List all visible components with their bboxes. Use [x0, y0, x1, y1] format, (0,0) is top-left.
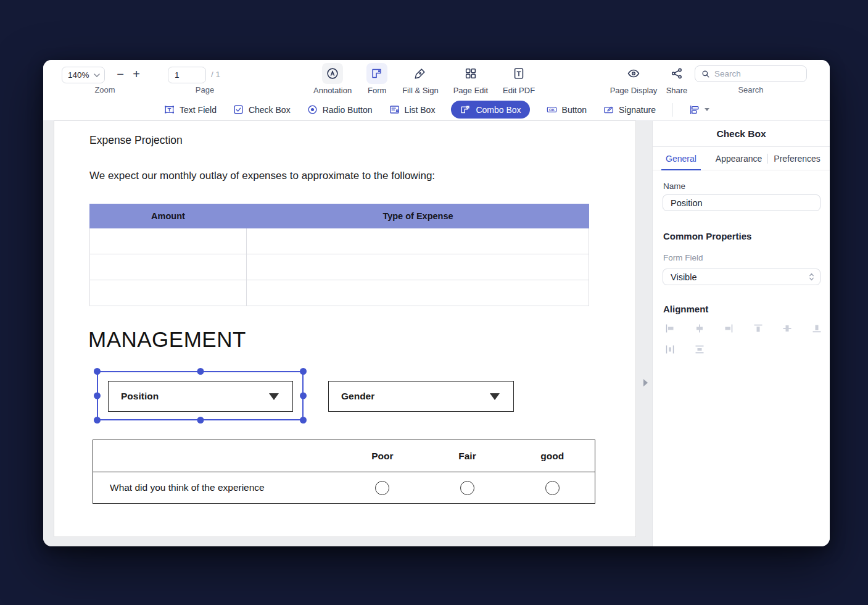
radio-button-field[interactable] — [545, 481, 560, 495]
distribute-vertical-icon[interactable] — [695, 344, 705, 354]
radio-button-tool[interactable]: Radio Button — [307, 104, 373, 115]
text-field-tool[interactable]: Text Field — [163, 104, 217, 115]
zoom-in-button[interactable]: + — [128, 65, 144, 83]
panel-expand-arrow-icon[interactable] — [643, 379, 648, 386]
tool-label: Radio Button — [323, 105, 373, 115]
mode-edit-pdf[interactable]: Edit PDF — [503, 63, 535, 95]
document-canvas: Expense Projection We expect our monthly… — [43, 121, 652, 546]
tool-label: Button — [562, 105, 587, 115]
expense-col-amount: Amount — [89, 204, 247, 228]
align-middle-vertical-icon[interactable] — [782, 323, 792, 333]
chevron-down-icon — [94, 73, 100, 77]
mode-label: Annotation — [313, 86, 352, 95]
expense-table-header: Amount Type of Expense — [89, 204, 589, 228]
form-tools-toolbar: Text Field Check Box Radio Button List B… — [43, 99, 830, 121]
resize-handle[interactable] — [300, 417, 307, 424]
search-icon — [701, 69, 711, 79]
radio-button-field[interactable] — [375, 481, 389, 495]
list-box-tool[interactable]: List Box — [389, 104, 436, 115]
tool-label: Check Box — [249, 105, 291, 115]
page-group-label: Page — [168, 85, 242, 94]
panel-title: Check Box — [653, 121, 830, 147]
align-top-icon[interactable] — [753, 323, 763, 333]
tab-general[interactable]: General — [666, 147, 696, 170]
radio-cell — [510, 472, 595, 503]
check-box-tool[interactable]: Check Box — [233, 104, 291, 115]
tool-label: Signature — [619, 105, 656, 115]
mode-fill-sign[interactable]: Fill & Sign — [402, 63, 439, 95]
zoom-level-select[interactable]: 140% — [62, 67, 105, 83]
page-number-input[interactable] — [168, 67, 206, 83]
name-field-label: Name — [663, 182, 685, 191]
chevron-down-icon — [705, 108, 709, 111]
tab-appearance[interactable]: Appearance — [716, 147, 763, 170]
dropdown-arrow-icon — [269, 393, 279, 400]
mode-label: Page Edit — [453, 86, 488, 95]
align-objects-dropdown[interactable] — [688, 104, 709, 116]
combo-box-tool[interactable]: Combo Box — [451, 101, 529, 119]
table-row — [90, 280, 589, 306]
align-center-horizontal-icon[interactable] — [695, 323, 705, 333]
mode-label: Fill & Sign — [402, 86, 439, 95]
gender-combo-box-field[interactable]: Gender — [328, 381, 514, 412]
zoom-value: 140% — [68, 70, 89, 80]
mode-annotation[interactable]: Annotation — [313, 63, 352, 95]
check-box-icon — [233, 104, 244, 115]
dropdown-arrow-icon — [490, 393, 500, 400]
resize-handle[interactable] — [94, 417, 101, 424]
resize-handle[interactable] — [300, 393, 307, 399]
survey-question: What did you think of the experience — [93, 472, 340, 503]
tab-preferences[interactable]: Preferences — [774, 147, 820, 170]
empty-cell — [90, 280, 247, 306]
align-bottom-icon[interactable] — [812, 323, 822, 333]
content-area: Expense Projection We expect our monthly… — [43, 121, 830, 546]
expense-col-type: Type of Expense — [247, 204, 589, 228]
document-intro-text: We expect our monthly outlay of expenses… — [89, 170, 435, 182]
form-field-visibility-select[interactable]: Visible — [663, 269, 820, 285]
stepper-arrows-icon — [809, 272, 814, 282]
annotation-icon — [322, 63, 343, 84]
list-box-icon — [389, 104, 400, 115]
distribute-horizontal-icon[interactable] — [665, 344, 675, 354]
resize-handle[interactable] — [94, 393, 101, 399]
signature-tool[interactable]: Signature — [603, 104, 656, 115]
combo-value: Position — [121, 391, 159, 402]
toolbar-divider — [672, 103, 672, 117]
page-total: / 1 — [211, 70, 220, 79]
alignment-tools — [665, 323, 823, 365]
empty-cell — [247, 280, 589, 306]
resize-handle[interactable] — [300, 368, 307, 375]
form-field-label: Form Field — [663, 253, 703, 262]
expense-table: Amount Type of Expense — [89, 204, 589, 306]
document-heading: Expense Projection — [89, 134, 183, 147]
resize-handle[interactable] — [94, 368, 101, 375]
form-icon — [366, 63, 387, 84]
button-tool[interactable]: OK Button — [546, 104, 587, 115]
selected-field-bounding-box[interactable]: Position — [97, 371, 304, 420]
combo-box-icon — [460, 104, 471, 115]
main-toolbar: 140% − + Zoom / 1 Page Annotation Form — [43, 60, 830, 99]
zoom-group-label: Zoom — [62, 85, 148, 94]
align-left-icon[interactable] — [665, 323, 675, 333]
resize-handle[interactable] — [197, 368, 204, 375]
zoom-out-button[interactable]: − — [112, 65, 128, 83]
tab-divider — [767, 154, 768, 164]
select-value: Visible — [671, 272, 696, 282]
align-right-icon[interactable] — [724, 323, 734, 333]
resize-handle[interactable] — [197, 417, 204, 424]
name-input[interactable] — [663, 194, 820, 211]
mode-switcher: Annotation Form Fill & Sign Page Edit — [313, 63, 535, 95]
search-input-box[interactable] — [695, 65, 807, 82]
search-label: Search — [695, 85, 807, 94]
mode-page-edit[interactable]: Page Edit — [453, 63, 488, 95]
share-icon — [666, 63, 687, 84]
mode-form[interactable]: Form — [366, 63, 387, 95]
search-input[interactable] — [714, 69, 788, 78]
page-display-button[interactable]: Page Display — [606, 63, 661, 95]
fill-sign-icon — [410, 63, 431, 84]
position-combo-box-field[interactable]: Position — [108, 381, 293, 412]
edit-pdf-icon — [508, 63, 529, 84]
page-display-label: Page Display — [610, 86, 658, 95]
share-button[interactable]: Share — [658, 63, 695, 95]
radio-button-field[interactable] — [460, 481, 474, 495]
